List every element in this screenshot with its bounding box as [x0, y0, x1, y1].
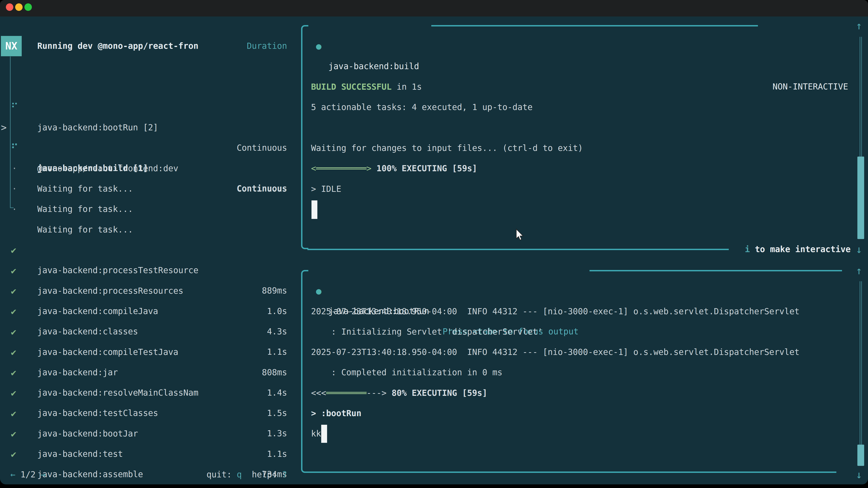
bootrun-pane-bottom-rule — [307, 471, 836, 473]
scroll-up-icon[interactable]: ↑ — [854, 260, 864, 281]
minimize-button[interactable] — [15, 3, 23, 11]
log-line: 2025-07-23T13:40:18.950-04:00 INFO 44312… — [311, 301, 800, 322]
keyboard-hints: quit: q help: ? — [207, 464, 287, 484]
done-task-row[interactable]: ✔ java-backend:jar 1.4s — [0, 322, 301, 342]
done-task-row[interactable]: ✔ java-backend:test 734ms — [0, 403, 301, 424]
terminal-content: NX Running dev @mono-app/react-fron Dura… — [0, 17, 868, 484]
page-indicator: 1/2 — [21, 470, 36, 480]
bootrun-pane-border — [301, 270, 308, 473]
build-pane-scroll-track[interactable] — [860, 37, 862, 157]
bootrun-pane-scroll-track[interactable] — [860, 281, 862, 445]
task-name: java-backend:test — [37, 444, 123, 464]
progress-label: 100% EXECUTING [59s] — [371, 164, 477, 173]
sidebar-title: Running dev @mono-app/react-fron — [37, 36, 198, 56]
title-bar — [0, 0, 868, 17]
task-dot-icon: ● — [314, 36, 323, 56]
close-button[interactable] — [6, 3, 13, 11]
task-dot-icon: ● — [314, 281, 323, 301]
duration-column-header: Duration — [247, 36, 287, 56]
done-task-row[interactable]: ✔ java-backend:processResources 1.0s — [0, 240, 301, 260]
task-row-bootrun[interactable]: ⠋ java-backend:bootRun [2] Continuous — [0, 77, 301, 97]
task-row-frontend-dev[interactable]: ⠋ @mono-app/react-frontend:dev Continuou… — [0, 118, 301, 138]
bootrun-pane-header[interactable]: ● java-backend:bootRun Press <tab> to fo… — [0, 260, 868, 281]
task-duration: 1.1s — [267, 444, 287, 464]
build-idle-line: > IDLE — [311, 179, 341, 199]
scroll-down-icon[interactable]: ↓ — [854, 239, 864, 260]
prev-page-arrow-icon[interactable]: ← — [10, 470, 16, 480]
make-interactive-hint: i to make interactive — [745, 239, 850, 260]
build-pane-header[interactable]: ● java-backend:build NON-INTERACTIVE — [0, 15, 868, 36]
log-line: : Completed initialization in 0 ms — [311, 362, 502, 383]
done-task-row[interactable]: ✔ java-backend:processTestResource 889ms — [0, 220, 301, 240]
progress-label: 80% EXECUTING [59s] — [386, 388, 487, 398]
progress-bar: ════════ — [326, 388, 366, 398]
quit-key: q — [237, 470, 242, 480]
check-icon: ✔ — [8, 444, 19, 464]
scroll-up-icon[interactable]: ↑ — [854, 15, 864, 36]
interactive-key: i — [745, 245, 750, 254]
terminal-window: NX Running dev @mono-app/react-fron Dura… — [0, 0, 868, 484]
build-pane-title: java-backend:build — [329, 56, 419, 76]
next-page-arrow-icon[interactable]: → — [41, 470, 46, 480]
bootrun-pane-scroll-thumb[interactable] — [857, 445, 864, 466]
bootrun-progress-line: <<<════════---> 80% EXECUTING [59s] — [311, 383, 487, 403]
progress-bar: <══════════> — [311, 164, 371, 173]
pending-label: Waiting for task... — [37, 199, 133, 219]
pending-task-row: · Waiting for task... — [0, 138, 301, 158]
done-task-row[interactable]: ✔ java-backend:resolveMainClassNam 1.5s — [0, 342, 301, 362]
non-interactive-badge: NON-INTERACTIVE — [773, 76, 848, 97]
build-waiting-line: Waiting for changes to input files... (c… — [311, 138, 583, 158]
build-pane-scroll-thumb[interactable] — [857, 157, 864, 239]
text-cursor — [321, 425, 327, 443]
task-name: java-backend:assemble — [37, 464, 143, 484]
done-task-row[interactable]: ✔ java-backend:assemble 774ms — [0, 424, 301, 444]
pending-dot-icon: · — [9, 199, 20, 220]
task-row-build[interactable]: > ⠋ java-backend:build [1] Continuous — [0, 97, 301, 118]
text-cursor — [311, 200, 317, 219]
scroll-down-icon[interactable]: ↓ — [854, 464, 864, 484]
build-success-line: BUILD SUCCESSFUL in 1s — [311, 77, 422, 97]
pagination: ← 1/2 → — [10, 464, 46, 484]
help-label: help: — [242, 470, 282, 480]
build-progress-line: <══════════> 100% EXECUTING [59s] — [311, 158, 477, 179]
log-line: : Initializing Servlet 'dispatcherServle… — [311, 322, 543, 342]
pending-task-row: · Waiting for task... — [0, 179, 301, 199]
bootrun-input-text[interactable]: kk — [311, 424, 321, 444]
done-task-row[interactable]: ✔ java-backend:compileTestJava 808ms — [0, 301, 301, 322]
log-line: 2025-07-23T13:40:18.950-04:00 INFO 44312… — [311, 342, 800, 362]
done-task-row[interactable]: ✔ java-backend:bootJar 1.1s — [0, 383, 301, 403]
mouse-cursor — [515, 229, 525, 241]
quit-label: quit: — [207, 470, 237, 480]
build-pane-bottom-rule — [307, 249, 729, 250]
done-task-row[interactable]: ✔ java-backend:testClasses 1.3s — [0, 362, 301, 383]
done-task-row[interactable]: ✔ java-backend:classes 1.1s — [0, 281, 301, 301]
zoom-button[interactable] — [24, 3, 32, 11]
build-summary-line: 5 actionable tasks: 4 executed, 1 up-to-… — [311, 97, 532, 118]
pending-task-row: · Waiting for task... — [0, 158, 301, 179]
help-key: ? — [282, 470, 287, 480]
build-pane-border — [301, 25, 308, 249]
bootrun-task-line: > :bootRun — [311, 403, 362, 424]
